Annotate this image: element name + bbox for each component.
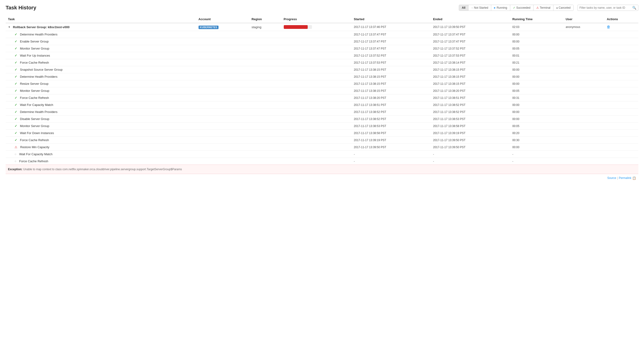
region-cell (249, 137, 282, 144)
task-cell: ○ Wait For Capacity Match (6, 151, 196, 158)
delete-button[interactable]: 🗑 (607, 25, 610, 29)
account-cell (196, 101, 249, 109)
col-running-time: Running Time (510, 16, 563, 23)
actions-cell (604, 80, 638, 87)
actions-cell (604, 137, 638, 144)
status-ok-icon: ✓ (14, 131, 17, 135)
progress-cell (282, 80, 352, 87)
user-cell (563, 59, 604, 66)
page-title: Task History (6, 5, 36, 11)
account-cell (196, 116, 249, 123)
task-table: Task Account Region Progress Started End… (6, 16, 638, 174)
page-container: Task History All ○ Not Started ▶ Running… (0, 0, 644, 340)
task-label: Wait For Capacity Match (19, 152, 52, 156)
filter-btn-terminal[interactable]: ⚠ Terminal (534, 5, 554, 11)
task-name-child: ✓ Force Cache Refresh (8, 96, 194, 100)
filter-btn-running[interactable]: ▶ Running (491, 5, 510, 11)
account-cell (196, 151, 249, 158)
progress-cell (282, 94, 352, 101)
task-cell: ✓ Determine Health Providers (6, 31, 196, 38)
progress-cell (282, 158, 352, 165)
actions-cell (604, 116, 638, 123)
task-cell: ✓ Determine Health Providers (6, 109, 196, 116)
task-name-child: ✓ Monitor Server Group (8, 89, 194, 93)
ended-cell: 2017-11-17 13:39:50 PST (431, 23, 510, 31)
table-row: ⚠ Restore Min Capacity 2017-11-17 13:39:… (6, 144, 638, 151)
region-cell (249, 130, 282, 137)
started-cell: 2017-11-17 13:38:20 PST (352, 94, 431, 101)
account-cell (196, 52, 249, 59)
task-label: Wait For Down Instances (20, 131, 54, 135)
col-started: Started (352, 16, 431, 23)
table-row: ✓ Wait For Up Instances 2017-11-17 13:37… (6, 52, 638, 59)
table-row: ✓ Disable Server Group 2017-11-17 13:38:… (6, 116, 638, 123)
filter-button-group: All ○ Not Started ▶ Running ✓ Succeeded … (459, 5, 574, 11)
actions-cell (604, 52, 638, 59)
footer-divider: | (617, 176, 618, 180)
search-button[interactable]: 🔍 (632, 6, 636, 10)
account-cell (196, 38, 249, 45)
status-ok-icon: ✓ (14, 89, 17, 93)
actions-cell (604, 87, 638, 94)
col-region: Region (249, 16, 282, 23)
user-cell (563, 94, 604, 101)
status-pending-icon: ○ (14, 159, 16, 163)
task-cell: ✓ Wait For Down Instances (6, 130, 196, 137)
region-cell (249, 151, 282, 158)
filter-btn-all[interactable]: All (459, 5, 468, 11)
task-name-child: ○ Force Cache Refresh (8, 159, 194, 163)
user-cell (563, 137, 604, 144)
account-cell (196, 158, 249, 165)
square-icon: ■ (556, 7, 558, 9)
status-ok-icon: ✓ (14, 110, 17, 114)
started-cell: 2017-11-17 13:38:51 PST (352, 101, 431, 109)
started-cell: 2017-11-17 13:37:53 PST (352, 59, 431, 66)
filter-btn-not-started[interactable]: ○ Not Started (468, 5, 491, 11)
search-input[interactable] (580, 6, 632, 10)
status-ok-icon: ✓ (14, 33, 17, 36)
started-cell: 2017-11-17 13:38:52 PST (352, 116, 431, 123)
chevron-down-icon[interactable]: ▼ (8, 26, 10, 29)
status-ok-icon: ✓ (14, 61, 17, 64)
user-cell (563, 101, 604, 109)
table-row: ✓ Monitor Server Group 2017-11-17 13:37:… (6, 45, 638, 52)
task-label: Force Cache Refresh (19, 159, 48, 163)
actions-cell (604, 144, 638, 151)
table-row: ○ Force Cache Refresh - - - (6, 158, 638, 165)
task-label: Monitor Server Group (20, 89, 49, 93)
status-ok-icon: ✓ (14, 138, 17, 142)
running-time-cell: 00:30 (510, 137, 563, 144)
col-ended: Ended (431, 16, 510, 23)
status-ok-icon: ✓ (14, 117, 17, 121)
progress-cell (282, 45, 352, 52)
progress-cell (282, 109, 352, 116)
source-link[interactable]: Source (607, 176, 616, 180)
started-cell: 2017-11-17 13:38:15 PST (352, 66, 431, 73)
filter-btn-succeeded[interactable]: ✓ Succeeded (510, 5, 534, 11)
progress-cell (282, 123, 352, 130)
user-cell (563, 80, 604, 87)
running-time-cell: 00:05 (510, 123, 563, 130)
footer: Source | Permalink 📋 (6, 174, 638, 181)
filter-btn-canceled[interactable]: ■ Canceled (554, 5, 573, 11)
account-cell (196, 73, 249, 80)
task-label: Resize Server Group (20, 82, 48, 86)
region-cell (249, 123, 282, 130)
actions-cell (604, 101, 638, 109)
permalink-link[interactable]: Permalink (619, 176, 631, 180)
started-cell: 2017-11-17 13:38:52 PST (352, 109, 431, 116)
table-row: ✓ Force Cache Refresh 2017-11-17 13:37:5… (6, 59, 638, 66)
actions-cell (604, 94, 638, 101)
task-cell: ✓ Snapshot Source Server Group (6, 66, 196, 73)
progress-cell (282, 59, 352, 66)
exception-label: Exception: (8, 168, 22, 171)
status-ok-icon: ✓ (14, 40, 17, 43)
region-cell (249, 45, 282, 52)
task-cell: ⚠ Restore Min Capacity (6, 144, 196, 151)
running-time-cell: 00:31 (510, 94, 563, 101)
task-label: Disable Server Group (20, 117, 49, 121)
kubernetes-badge: KUBERNETES (198, 26, 219, 29)
task-name-child: ✓ Force Cache Refresh (8, 61, 194, 64)
task-name-child: ✓ Wait For Up Instances (8, 54, 194, 57)
progress-cell (282, 38, 352, 45)
